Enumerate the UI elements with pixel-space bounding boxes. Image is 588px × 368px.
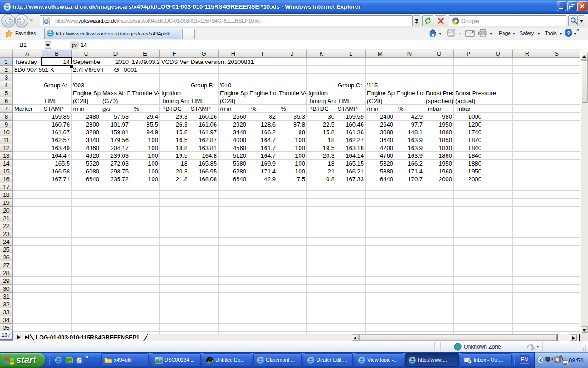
svg-text:?: ? xyxy=(567,30,570,36)
